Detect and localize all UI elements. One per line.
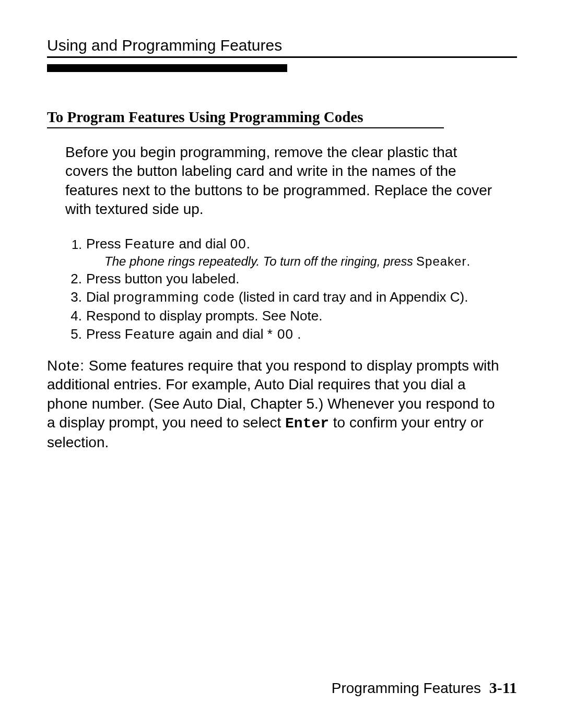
text: Press (86, 236, 125, 252)
step-text: Respond to display prompts. See Note. (86, 307, 517, 325)
step-5: 5. Press Feature again and dial * 00 . (65, 325, 517, 343)
steps-list: 1. Press Feature and dial 00. The phone … (65, 235, 517, 343)
step-text: Press button you labeled. (86, 270, 517, 288)
text: Dial (86, 289, 113, 305)
step-number: 1. (65, 235, 86, 253)
text: . (466, 254, 470, 268)
step-3: 3. Dial programming code (listed in card… (65, 288, 517, 306)
step-number: 5. (65, 325, 86, 343)
step-2: 2. Press button you labeled. (65, 270, 517, 288)
page-number: 3-11 (489, 679, 517, 696)
feature-key: Feature (125, 236, 175, 252)
dial-code: * 00 (267, 326, 293, 342)
text: again and dial (175, 326, 267, 342)
step-number: 2. (65, 270, 86, 288)
footer-label: Programming Features (332, 680, 481, 696)
note-paragraph: Note: Some features require that you res… (47, 356, 501, 452)
page-container: Using and Programming Features To Progra… (0, 0, 564, 728)
section-rule (47, 127, 444, 128)
chapter-title: Using and Programming Features (47, 37, 517, 54)
step-text: Press Feature and dial 00. (86, 235, 517, 253)
note-label: Note: (47, 357, 85, 374)
step-1: 1. Press Feature and dial 00. (65, 235, 517, 253)
text: Press (86, 326, 125, 342)
feature-key: Feature (125, 326, 175, 342)
note-text: The phone rings repeatedly. To (104, 254, 280, 268)
step-text: Press Feature again and dial * 00 . (86, 325, 517, 343)
text: and dial (175, 236, 230, 252)
intro-paragraph: Before you begin programming, remove the… (65, 143, 501, 219)
enter-key: Enter (285, 415, 329, 432)
dial-code: 00. (230, 236, 251, 252)
title-black-bar (47, 64, 287, 72)
note-text: turn off the ringing, press (280, 255, 416, 268)
step-text: Dial programming code (listed in card tr… (86, 288, 517, 306)
speaker-key: Speaker (416, 254, 466, 268)
section-heading: To Program Features Using Programming Co… (47, 109, 517, 126)
step-4: 4. Respond to display prompts. See Note. (65, 307, 517, 325)
programming-code: programming code (113, 289, 235, 305)
step-1-note: The phone rings repeatedly. To turn off … (104, 253, 517, 270)
text: (listed in card tray and in Appendix C). (235, 289, 468, 305)
page-footer: Programming Features 3-11 (332, 679, 517, 697)
title-rule (47, 56, 517, 58)
step-number: 3. (65, 288, 86, 306)
text: . (293, 326, 301, 342)
step-number: 4. (65, 307, 86, 325)
